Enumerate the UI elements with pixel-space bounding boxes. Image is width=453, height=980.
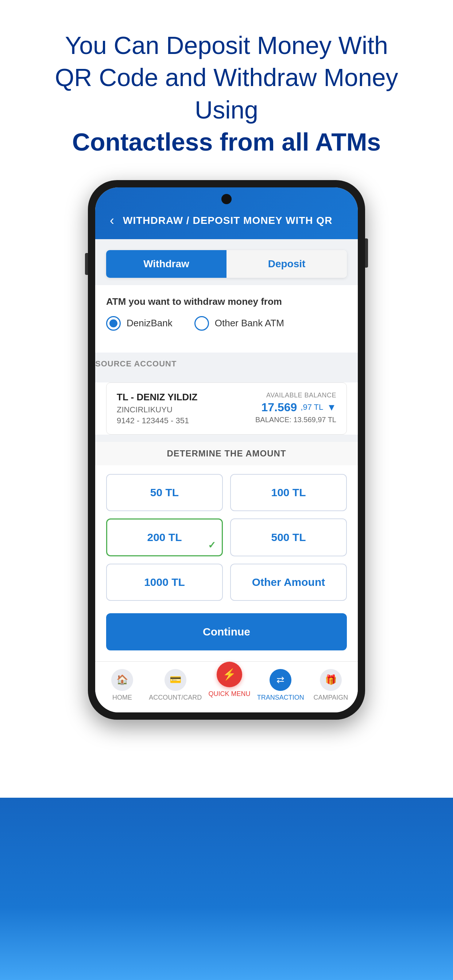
quick-menu-icon: ⚡ bbox=[217, 662, 242, 687]
home-icon: 🏠 bbox=[111, 669, 133, 691]
nav-campaign-label: CAMPAIGN bbox=[314, 694, 348, 702]
nav-quick-label: QUICK MENU bbox=[208, 690, 250, 698]
nav-account-label: ACCOUNT/CARD bbox=[149, 694, 202, 702]
nav-quick-menu[interactable]: ⚡ QUICK MENU bbox=[208, 669, 250, 702]
side-button-right bbox=[365, 239, 368, 267]
amount-title: DETERMINE THE AMOUNT bbox=[95, 449, 358, 459]
radio-other-bank-label: Other Bank ATM bbox=[215, 318, 284, 329]
amount-btn-100[interactable]: 100 TL bbox=[230, 474, 347, 511]
account-info-right: AVAILABLE BALANCE 17.569 ,97 TL ▼ BALANC… bbox=[255, 391, 336, 424]
balance-total: BALANCE: 13.569,97 TL bbox=[255, 415, 336, 424]
balance-dropdown-arrow[interactable]: ▼ bbox=[327, 402, 336, 413]
header-line3: Contactless from all ATMs bbox=[29, 126, 424, 158]
main-content: ATM you want to withdraw money from Deni… bbox=[95, 285, 358, 353]
side-button-left bbox=[85, 253, 88, 275]
campaign-icon: 🎁 bbox=[320, 669, 342, 691]
nav-transaction[interactable]: ⇄ TRANSACTION bbox=[257, 669, 304, 702]
amount-btn-50[interactable]: 50 TL bbox=[106, 474, 223, 511]
nav-account-card[interactable]: 💳 ACCOUNT/CARD bbox=[149, 669, 202, 702]
account-number: 9142 - 123445 - 351 bbox=[117, 416, 197, 425]
account-info-left: TL - DENIZ YILDIZ ZINCIRLIKUYU 9142 - 12… bbox=[117, 391, 197, 425]
bottom-navigation: 🏠 HOME 💳 ACCOUNT/CARD ⚡ QUICK MENU bbox=[95, 661, 358, 713]
tab-withdraw[interactable]: Withdraw bbox=[106, 250, 226, 278]
header-line1: You Can Deposit Money With bbox=[65, 31, 388, 59]
balance-main: 17.569 bbox=[261, 401, 297, 414]
app-title: WITHDRAW / DEPOSIT MONEY WITH QR bbox=[123, 215, 332, 226]
radio-denizbank-label: DenizBank bbox=[126, 318, 172, 329]
amount-btn-1000[interactable]: 1000 TL bbox=[106, 564, 223, 601]
radio-denizbank[interactable]: DenizBank bbox=[106, 316, 172, 331]
account-card-icon: 💳 bbox=[164, 669, 187, 691]
balance-row: 17.569 ,97 TL ▼ bbox=[255, 401, 336, 414]
tab-switcher: Withdraw Deposit bbox=[106, 250, 347, 278]
camera-notch bbox=[222, 194, 231, 204]
amount-btn-500[interactable]: 500 TL bbox=[230, 519, 347, 556]
radio-denizbank-circle bbox=[106, 316, 121, 331]
header-section: You Can Deposit Money With QR Code and W… bbox=[0, 0, 453, 173]
source-account-divider: SOURCE ACCOUNT bbox=[95, 353, 358, 375]
transaction-icon: ⇄ bbox=[270, 669, 292, 691]
header-line2: QR Code and Withdraw Money Using bbox=[55, 64, 398, 123]
amount-btn-200[interactable]: 200 TL ✓ bbox=[106, 519, 223, 556]
atm-selection-label: ATM you want to withdraw money from bbox=[106, 296, 347, 307]
balance-label: AVAILABLE BALANCE bbox=[255, 391, 336, 399]
account-name: TL - DENIZ YILDIZ bbox=[117, 391, 197, 403]
nav-campaign[interactable]: 🎁 CAMPAIGN bbox=[311, 669, 351, 702]
source-account-label: SOURCE ACCOUNT bbox=[95, 359, 358, 369]
tab-deposit[interactable]: Deposit bbox=[226, 250, 347, 278]
radio-other-bank[interactable]: Other Bank ATM bbox=[195, 316, 284, 331]
amount-grid: 50 TL 100 TL 200 TL ✓ 500 TL bbox=[95, 465, 358, 609]
radio-other-bank-circle bbox=[195, 316, 209, 331]
continue-button[interactable]: Continue bbox=[106, 613, 347, 651]
back-button[interactable]: ‹ bbox=[110, 213, 114, 228]
amount-section-header: DETERMINE THE AMOUNT bbox=[95, 442, 358, 465]
account-branch: ZINCIRLIKUYU bbox=[117, 405, 197, 415]
checkmark-icon: ✓ bbox=[208, 539, 216, 551]
nav-home-label: HOME bbox=[112, 694, 132, 702]
nav-transaction-label: TRANSACTION bbox=[257, 694, 304, 702]
account-card[interactable]: TL - DENIZ YILDIZ ZINCIRLIKUYU 9142 - 12… bbox=[106, 382, 347, 434]
balance-decimal: ,97 TL bbox=[301, 402, 323, 412]
nav-home[interactable]: 🏠 HOME bbox=[102, 669, 142, 702]
atm-radio-group: DenizBank Other Bank ATM bbox=[106, 316, 347, 331]
amount-btn-other[interactable]: Other Amount bbox=[230, 564, 347, 601]
